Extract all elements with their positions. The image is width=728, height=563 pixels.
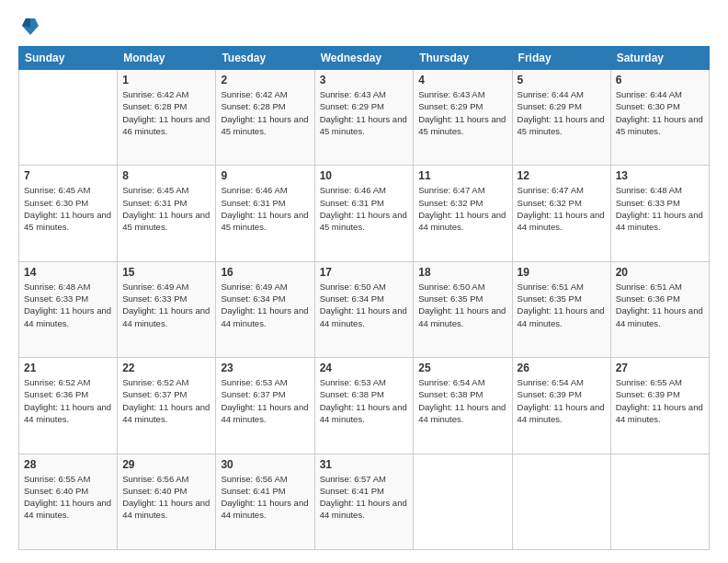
- header-row: SundayMondayTuesdayWednesdayThursdayFrid…: [19, 47, 710, 70]
- day-info: Sunrise: 6:43 AM Sunset: 6:29 PM Dayligh…: [320, 88, 409, 137]
- sunset-label: Sunset: 6:39 PM: [518, 389, 582, 399]
- sunrise-label: Sunrise: 6:49 AM: [122, 282, 188, 292]
- sunrise-label: Sunrise: 6:56 AM: [221, 474, 287, 484]
- day-cell: 30 Sunrise: 6:56 AM Sunset: 6:41 PM Dayl…: [216, 454, 314, 549]
- daylight-label: Daylight: 11 hours and 44 minutes.: [221, 402, 308, 424]
- sunset-label: Sunset: 6:34 PM: [320, 293, 384, 304]
- day-number: 9: [221, 169, 309, 182]
- week-row-5: 28 Sunrise: 6:55 AM Sunset: 6:40 PM Dayl…: [19, 454, 710, 549]
- sunset-label: Sunset: 6:34 PM: [221, 293, 285, 304]
- sunset-label: Sunset: 6:33 PM: [616, 198, 680, 208]
- day-cell: 22 Sunrise: 6:52 AM Sunset: 6:37 PM Dayl…: [118, 358, 216, 454]
- sunrise-label: Sunrise: 6:48 AM: [24, 282, 90, 292]
- sunset-label: Sunset: 6:30 PM: [24, 198, 88, 208]
- sunrise-label: Sunrise: 6:52 AM: [122, 377, 188, 387]
- daylight-label: Daylight: 11 hours and 44 minutes.: [616, 210, 703, 232]
- day-cell: [610, 454, 709, 549]
- day-info: Sunrise: 6:56 AM Sunset: 6:41 PM Dayligh…: [221, 473, 309, 522]
- daylight-label: Daylight: 11 hours and 44 minutes.: [24, 402, 111, 424]
- daylight-label: Daylight: 11 hours and 44 minutes.: [221, 305, 308, 327]
- day-cell: 23 Sunrise: 6:53 AM Sunset: 6:37 PM Dayl…: [216, 358, 314, 454]
- daylight-label: Daylight: 11 hours and 44 minutes.: [418, 210, 506, 232]
- sunset-label: Sunset: 6:36 PM: [24, 389, 88, 399]
- day-cell: 3 Sunrise: 6:43 AM Sunset: 6:29 PM Dayli…: [314, 70, 414, 166]
- day-cell: 8 Sunrise: 6:45 AM Sunset: 6:31 PM Dayli…: [118, 166, 216, 261]
- sunrise-label: Sunrise: 6:43 AM: [320, 89, 386, 99]
- day-info: Sunrise: 6:51 AM Sunset: 6:36 PM Dayligh…: [616, 281, 704, 329]
- sunset-label: Sunset: 6:39 PM: [616, 389, 680, 399]
- calendar-table: SundayMondayTuesdayWednesdayThursdayFrid…: [18, 46, 710, 550]
- sunrise-label: Sunrise: 6:53 AM: [320, 377, 386, 387]
- day-number: 4: [418, 74, 506, 86]
- sunset-label: Sunset: 6:38 PM: [418, 389, 483, 399]
- header-cell-tuesday: Tuesday: [216, 47, 314, 70]
- sunset-label: Sunset: 6:36 PM: [616, 293, 680, 304]
- day-cell: 29 Sunrise: 6:56 AM Sunset: 6:40 PM Dayl…: [118, 454, 216, 549]
- day-info: Sunrise: 6:42 AM Sunset: 6:28 PM Dayligh…: [122, 88, 210, 137]
- day-number: 20: [616, 266, 704, 279]
- daylight-label: Daylight: 11 hours and 44 minutes.: [122, 305, 210, 327]
- day-info: Sunrise: 6:55 AM Sunset: 6:40 PM Dayligh…: [24, 473, 112, 522]
- sunset-label: Sunset: 6:38 PM: [320, 389, 384, 399]
- daylight-label: Daylight: 11 hours and 44 minutes.: [320, 305, 407, 327]
- day-cell: 24 Sunrise: 6:53 AM Sunset: 6:38 PM Dayl…: [314, 358, 414, 454]
- day-number: 21: [24, 362, 112, 374]
- sunrise-label: Sunrise: 6:52 AM: [24, 377, 90, 387]
- day-info: Sunrise: 6:42 AM Sunset: 6:28 PM Dayligh…: [221, 88, 309, 137]
- day-info: Sunrise: 6:47 AM Sunset: 6:32 PM Dayligh…: [418, 184, 506, 233]
- day-info: Sunrise: 6:52 AM Sunset: 6:37 PM Dayligh…: [122, 376, 210, 425]
- logo-icon: [22, 17, 39, 37]
- sunrise-label: Sunrise: 6:50 AM: [418, 282, 484, 292]
- day-number: 26: [518, 362, 606, 374]
- header-cell-wednesday: Wednesday: [314, 47, 414, 70]
- sunrise-label: Sunrise: 6:44 AM: [518, 89, 584, 99]
- day-cell: 10 Sunrise: 6:46 AM Sunset: 6:31 PM Dayl…: [314, 166, 414, 261]
- day-info: Sunrise: 6:51 AM Sunset: 6:35 PM Dayligh…: [518, 281, 606, 329]
- day-number: 3: [320, 74, 409, 86]
- day-number: 27: [616, 362, 704, 374]
- daylight-label: Daylight: 11 hours and 45 minutes.: [221, 114, 308, 136]
- sunset-label: Sunset: 6:35 PM: [518, 293, 582, 304]
- day-cell: 21 Sunrise: 6:52 AM Sunset: 6:36 PM Dayl…: [19, 358, 118, 454]
- day-number: 31: [320, 458, 409, 471]
- daylight-label: Daylight: 11 hours and 44 minutes.: [122, 498, 210, 520]
- sunrise-label: Sunrise: 6:54 AM: [418, 377, 484, 387]
- sunrise-label: Sunrise: 6:47 AM: [418, 185, 484, 195]
- calendar-page: SundayMondayTuesdayWednesdayThursdayFrid…: [0, 0, 728, 563]
- sunset-label: Sunset: 6:40 PM: [122, 486, 187, 496]
- sunrise-label: Sunrise: 6:56 AM: [122, 474, 188, 484]
- day-info: Sunrise: 6:56 AM Sunset: 6:40 PM Dayligh…: [122, 473, 210, 522]
- sunset-label: Sunset: 6:31 PM: [221, 198, 285, 208]
- daylight-label: Daylight: 11 hours and 45 minutes.: [221, 210, 308, 232]
- sunrise-label: Sunrise: 6:46 AM: [221, 185, 287, 195]
- day-number: 1: [122, 74, 210, 86]
- sunset-label: Sunset: 6:31 PM: [122, 198, 187, 208]
- day-cell: 7 Sunrise: 6:45 AM Sunset: 6:30 PM Dayli…: [19, 166, 118, 261]
- day-info: Sunrise: 6:57 AM Sunset: 6:41 PM Dayligh…: [320, 473, 409, 522]
- day-number: 14: [24, 266, 112, 279]
- sunset-label: Sunset: 6:29 PM: [518, 101, 582, 111]
- day-info: Sunrise: 6:49 AM Sunset: 6:33 PM Dayligh…: [122, 281, 210, 329]
- daylight-label: Daylight: 11 hours and 45 minutes.: [122, 210, 210, 232]
- day-number: 10: [320, 169, 409, 182]
- daylight-label: Daylight: 11 hours and 44 minutes.: [320, 402, 407, 424]
- day-info: Sunrise: 6:44 AM Sunset: 6:30 PM Dayligh…: [616, 88, 704, 137]
- day-cell: 5 Sunrise: 6:44 AM Sunset: 6:29 PM Dayli…: [512, 70, 610, 166]
- day-number: 13: [616, 169, 704, 182]
- sunrise-label: Sunrise: 6:47 AM: [518, 185, 584, 195]
- day-number: 5: [518, 74, 606, 86]
- day-cell: 12 Sunrise: 6:47 AM Sunset: 6:32 PM Dayl…: [512, 166, 610, 261]
- sunrise-label: Sunrise: 6:42 AM: [221, 89, 287, 99]
- day-number: 30: [221, 458, 309, 471]
- day-info: Sunrise: 6:52 AM Sunset: 6:36 PM Dayligh…: [24, 376, 112, 425]
- daylight-label: Daylight: 11 hours and 44 minutes.: [616, 402, 703, 424]
- sunset-label: Sunset: 6:33 PM: [122, 293, 187, 304]
- day-number: 24: [320, 362, 409, 374]
- day-cell: 27 Sunrise: 6:55 AM Sunset: 6:39 PM Dayl…: [610, 358, 709, 454]
- sunset-label: Sunset: 6:32 PM: [518, 198, 582, 208]
- day-info: Sunrise: 6:50 AM Sunset: 6:35 PM Dayligh…: [418, 281, 506, 329]
- sunrise-label: Sunrise: 6:54 AM: [518, 377, 584, 387]
- sunset-label: Sunset: 6:29 PM: [418, 101, 483, 111]
- day-cell: 16 Sunrise: 6:49 AM Sunset: 6:34 PM Dayl…: [216, 261, 314, 357]
- day-number: 2: [221, 74, 309, 86]
